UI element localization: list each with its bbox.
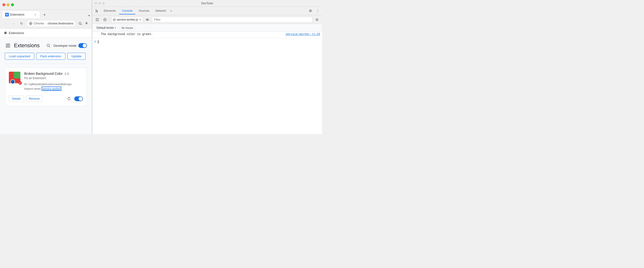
log-source-link[interactable]: service-worker.js:19	[286, 33, 320, 36]
devtools-settings-button[interactable]	[307, 8, 314, 14]
address-input[interactable]: Chrome | chrome://extensions	[26, 20, 76, 27]
zoom-button[interactable]	[78, 21, 83, 26]
reload-extension-button[interactable]	[66, 96, 72, 102]
site-icon	[29, 22, 32, 25]
context-selector[interactable]: service-worker.js ▼	[111, 17, 143, 23]
extensions-tab[interactable]: ✱ Extensions ×	[2, 11, 40, 18]
clear-console-button[interactable]	[102, 17, 108, 23]
address-url: chrome://extensions	[48, 22, 73, 25]
devtools-minimize-light[interactable]	[98, 2, 101, 5]
extension-icon-overlay	[10, 79, 15, 84]
address-bar: ‹ › ↻ Chrome | chrome://extensions	[0, 18, 92, 29]
extension-version: 1.0	[64, 72, 69, 76]
service-worker-label: service-worker.js	[117, 18, 138, 21]
extension-name: Broken Background Color	[24, 72, 62, 76]
tab-network[interactable]: Network	[152, 8, 169, 14]
page-title: Extensions	[14, 43, 40, 49]
address-prefix: Chrome	[34, 22, 44, 25]
devtools-traffic-lights	[95, 2, 105, 5]
developer-mode-group: Developer mode	[45, 42, 87, 49]
close-traffic-light[interactable]	[2, 3, 5, 6]
log-text: The background color is green.	[101, 33, 283, 36]
prompt-cursor[interactable]	[98, 40, 98, 43]
extension-icon-badge	[18, 81, 22, 85]
card-bottom: Details Remove	[9, 94, 83, 102]
service-worker-link[interactable]: service worker	[42, 87, 61, 91]
developer-mode-toggle[interactable]	[78, 43, 87, 48]
levels-arrow-icon: ▾	[115, 27, 116, 29]
tab-overflow-button[interactable]: »	[170, 8, 173, 14]
load-unpacked-button[interactable]: Load unpacked	[5, 53, 34, 60]
card-top: Broken Background Color 1.0 Fix an Exten…	[9, 72, 83, 91]
extension-id: ID: mgfbhjnibhjdehcphiocaoiediidmngo	[24, 83, 83, 86]
new-tab-button[interactable]: +	[41, 12, 48, 18]
details-button[interactable]: Details	[9, 96, 24, 102]
dropdown-arrow: ▼	[139, 19, 141, 21]
no-issues-badge[interactable]: No Issues	[119, 26, 135, 30]
console-levels-bar: Default levels ▾ No Issues	[92, 24, 322, 32]
extensions-header: Extensions Developer mode	[5, 42, 87, 49]
browser-title-bar	[0, 0, 92, 10]
tab-bar: ✱ Extensions × + ▾	[0, 10, 92, 18]
run-button[interactable]	[94, 17, 100, 23]
svg-point-16	[114, 19, 115, 20]
forward-button[interactable]: ›	[10, 20, 17, 27]
console-settings-button[interactable]	[314, 17, 320, 23]
card-right	[66, 96, 83, 102]
prompt-arrow: >	[94, 40, 96, 44]
svg-line-8	[49, 46, 50, 47]
eye-button[interactable]	[144, 17, 150, 23]
svg-line-4	[81, 24, 82, 25]
remove-button[interactable]: Remove	[26, 96, 43, 102]
extension-description: Fix an Extension!	[24, 77, 83, 80]
tab-close-button[interactable]: ×	[33, 13, 37, 17]
tab-label: Extensions	[10, 13, 24, 16]
tab-sources[interactable]: Sources	[136, 8, 152, 14]
minimize-traffic-light[interactable]	[7, 3, 10, 6]
svg-point-9	[310, 10, 311, 12]
refresh-button[interactable]: ↻	[18, 20, 25, 27]
devtools-title-bar: DevTools	[92, 0, 322, 7]
devtools-cursor-button[interactable]	[93, 7, 100, 14]
traffic-lights	[2, 3, 14, 6]
tab-bar-end: ▾	[88, 14, 90, 18]
share-button[interactable]	[84, 21, 89, 26]
console-output: The background color is green. service-w…	[92, 32, 322, 134]
devtools-maximize-light[interactable]	[102, 2, 105, 5]
inspect-label: Inspect views	[24, 87, 41, 90]
tab-elements[interactable]: Elements	[101, 8, 118, 14]
maximize-traffic-light[interactable]	[11, 3, 14, 6]
devtools-title: DevTools	[201, 2, 213, 5]
svg-point-17	[147, 19, 148, 20]
update-button[interactable]: Update	[67, 53, 86, 60]
default-levels-button[interactable]: Default levels ▾	[95, 26, 118, 30]
devtools-more-button[interactable]: ⋮	[314, 8, 321, 14]
hamburger-menu[interactable]	[5, 43, 11, 48]
hamburger-line-3	[6, 47, 10, 47]
pack-extension-button[interactable]: Pack extension	[36, 53, 66, 60]
breadcrumb-label: Extensions	[9, 31, 24, 35]
tab-console[interactable]: Console	[119, 8, 135, 14]
action-buttons: Load unpacked Pack extension Update	[5, 53, 87, 60]
console-log-entry: The background color is green. service-w…	[92, 32, 322, 38]
search-button[interactable]	[45, 42, 52, 49]
console-prompt[interactable]: >	[92, 38, 322, 45]
devtools-close-light[interactable]	[95, 2, 97, 5]
hamburger-line-2	[6, 45, 10, 46]
extension-info: Broken Background Color 1.0 Fix an Exten…	[24, 72, 83, 91]
svg-marker-11	[97, 19, 98, 20]
devtools-window: DevTools Elements Console Sources Networ…	[92, 0, 322, 134]
card-actions: Details Remove	[9, 96, 43, 102]
devtools-tab-bar: Elements Console Sources Network » ⋮	[92, 7, 322, 15]
breadcrumb-bar: ✱ Extensions	[0, 29, 92, 37]
filter-input[interactable]	[152, 17, 312, 23]
back-button[interactable]: ‹	[2, 20, 8, 27]
extension-inspect-views: Inspect views service worker	[24, 87, 83, 91]
extension-enabled-toggle[interactable]	[74, 96, 83, 101]
toolbar-divider	[110, 17, 110, 22]
ext-name-row: Broken Background Color 1.0	[24, 72, 83, 76]
extensions-main-content: Extensions Developer mode Load unpacked …	[0, 37, 92, 134]
extension-card: Broken Background Color 1.0 Fix an Exten…	[5, 68, 87, 106]
breadcrumb-icon: ✱	[4, 31, 7, 35]
default-levels-label: Default levels	[96, 26, 114, 30]
